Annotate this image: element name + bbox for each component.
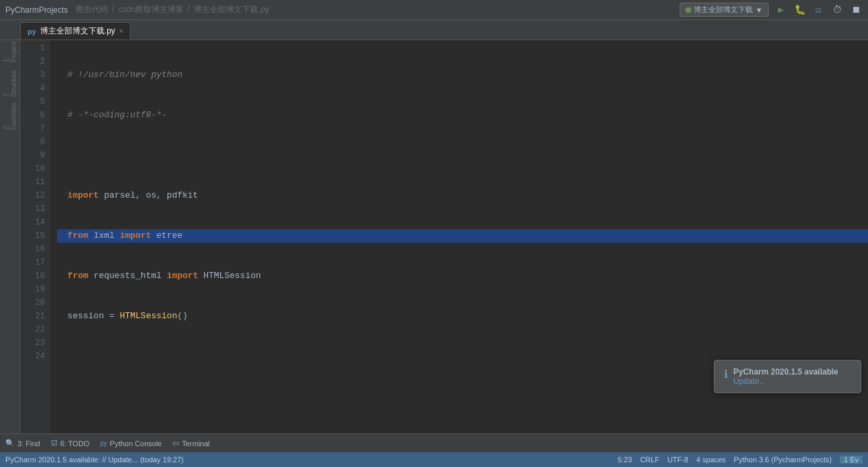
ln-1: 1 — [20, 42, 45, 55]
tab-main-file[interactable]: py 博主全部博文下载.py × — [20, 22, 131, 40]
title-nav: 爬虫代码 / csdn爬取博主博客 / 博主全部博文下载.py — [76, 4, 269, 15]
bottom-tab-todo[interactable]: ☑ 6: TODO — [51, 439, 90, 448]
ln-12: 12 — [20, 189, 45, 202]
debug-button[interactable]: 🐛 — [793, 3, 806, 17]
ln-17: 17 — [20, 256, 45, 269]
ln-7: 7 — [20, 122, 45, 135]
ln-2: 2 — [20, 55, 45, 68]
status-bar: PyCharm 2020.1.5 available: // Update...… — [0, 452, 868, 467]
run-config-icon — [686, 7, 691, 13]
coverage-button[interactable]: ☑ — [812, 3, 825, 17]
run-config-dropdown[interactable]: 博主全部博文下载 ▼ — [680, 3, 769, 17]
ln-24: 24 — [20, 350, 45, 363]
encoding[interactable]: UTF-8 — [668, 456, 688, 464]
event-log[interactable]: 1 Ev — [840, 456, 863, 464]
main-area: 1: Project 7: Structure 2: Favorites 1 2… — [0, 40, 868, 433]
ln-18: 18 — [20, 269, 45, 283]
stop-button[interactable]: ⏹ — [849, 3, 863, 17]
ln-10: 10 — [20, 162, 45, 176]
terminal-icon: ▭ — [172, 439, 179, 448]
python-console-label: Python Console — [110, 440, 162, 448]
code-line-7: session = HTMLSession() — [57, 310, 868, 323]
code-line-10 — [57, 430, 868, 433]
indent-size[interactable]: 4 spaces — [696, 456, 726, 464]
nav-item-1[interactable]: 爬虫代码 — [76, 4, 108, 15]
code-line-4: import parsel, os, pdfkit — [57, 189, 868, 202]
code-line-6: from requests_html import HTMLSession — [57, 269, 868, 283]
bottom-panel-tabs: 🔍 3: Find ☑ 6: TODO py Python Console ▭ … — [0, 433, 868, 452]
title-bar-right: 博主全部博文下载 ▼ ▶ 🐛 ☑ ⏱ ⏹ — [680, 3, 863, 17]
ln-3: 3 — [20, 68, 45, 82]
tab-close-icon[interactable]: × — [119, 27, 123, 35]
ln-8: 8 — [20, 135, 45, 149]
notification-link[interactable]: Update... — [733, 377, 839, 386]
nav-sep-1: / — [112, 4, 114, 15]
notification-title: PyCharm 2020.1.5 available — [733, 367, 839, 377]
bottom-tab-python-console[interactable]: py Python Console — [100, 440, 162, 448]
ln-23: 23 — [20, 336, 45, 350]
profile-button[interactable]: ⏱ — [830, 3, 844, 17]
ln-20: 20 — [20, 296, 45, 310]
title-bar: PyCharmProjects 爬虫代码 / csdn爬取博主博客 / 博主全部… — [0, 0, 868, 20]
notification-content: PyCharm 2020.1.5 available Update... — [733, 367, 839, 386]
ln-6: 6 — [20, 109, 45, 122]
code-line-5: from lxml import etree — [57, 229, 868, 243]
line-ending[interactable]: CRLF — [640, 456, 660, 464]
find-icon: 🔍 — [5, 439, 15, 448]
bottom-tab-terminal[interactable]: ▭ Terminal — [172, 439, 210, 448]
py-file-icon: py — [27, 27, 36, 36]
todo-icon: ☑ — [51, 439, 58, 448]
bottom-tab-find[interactable]: 🔍 3: Find — [5, 439, 40, 448]
ln-9: 9 — [20, 149, 45, 162]
app-title: PyCharmProjects — [5, 5, 68, 15]
ln-21: 21 — [20, 310, 45, 323]
left-sidebar: 1: Project 7: Structure 2: Favorites — [0, 40, 20, 433]
ln-15: 15 — [20, 229, 45, 243]
cursor-position[interactable]: 5:23 — [618, 456, 632, 464]
ln-19: 19 — [20, 283, 45, 296]
editor-area: 1 2 3 4 5 6 7 8 9 10 11 12 13 14 15 16 1… — [20, 40, 868, 433]
find-label: 3: Find — [17, 440, 40, 448]
nav-sep-2: / — [188, 4, 190, 15]
tab-label: 博主全部博文下载.py — [40, 25, 115, 37]
status-message: PyCharm 2020.1.5 available: // Update...… — [5, 456, 184, 464]
ln-13: 13 — [20, 202, 45, 216]
nav-item-2[interactable]: csdn爬取博主博客 — [119, 4, 184, 15]
terminal-label: Terminal — [182, 440, 210, 448]
python-version[interactable]: Python 3.6 (PycharmProjects) — [734, 456, 832, 464]
ln-11: 11 — [20, 176, 45, 189]
ln-5: 5 — [20, 95, 45, 109]
code-line-3 — [57, 149, 868, 162]
nav-item-3[interactable]: 博主全部博文下载.py — [194, 4, 269, 15]
status-right: 5:23 CRLF UTF-8 4 spaces Python 3.6 (Pyc… — [618, 456, 863, 464]
run-config-label: 博主全部博文下载 — [694, 5, 753, 15]
run-button[interactable]: ▶ — [774, 3, 788, 17]
code-line-1: # !/usr/bin/nev python — [57, 68, 868, 82]
notification-popup: ℹ PyCharm 2020.1.5 available Update... — [714, 360, 861, 393]
todo-label: 6: TODO — [60, 440, 90, 448]
info-icon: ℹ — [724, 368, 728, 381]
sidebar-structure-icon[interactable]: 7: Structure — [2, 76, 18, 92]
ln-22: 22 — [20, 323, 45, 336]
ln-14: 14 — [20, 216, 45, 229]
code-line-2: # -*-coding:utf8-*- — [57, 109, 868, 122]
python-console-icon: py — [100, 440, 107, 447]
tab-bar: py 博主全部博文下载.py × — [0, 20, 868, 40]
title-bar-left: PyCharmProjects 爬虫代码 / csdn爬取博主博客 / 博主全部… — [5, 4, 680, 15]
sidebar-favorites-icon[interactable]: 2: Favorites — [2, 108, 18, 124]
ln-16: 16 — [20, 243, 45, 256]
ln-4: 4 — [20, 82, 45, 95]
line-numbers: 1 2 3 4 5 6 7 8 9 10 11 12 13 14 15 16 1… — [20, 40, 50, 433]
status-left: PyCharm 2020.1.5 available: // Update...… — [5, 456, 184, 464]
sidebar-project-icon[interactable]: 1: Project — [2, 44, 18, 60]
run-config-arrow: ▼ — [755, 6, 763, 14]
